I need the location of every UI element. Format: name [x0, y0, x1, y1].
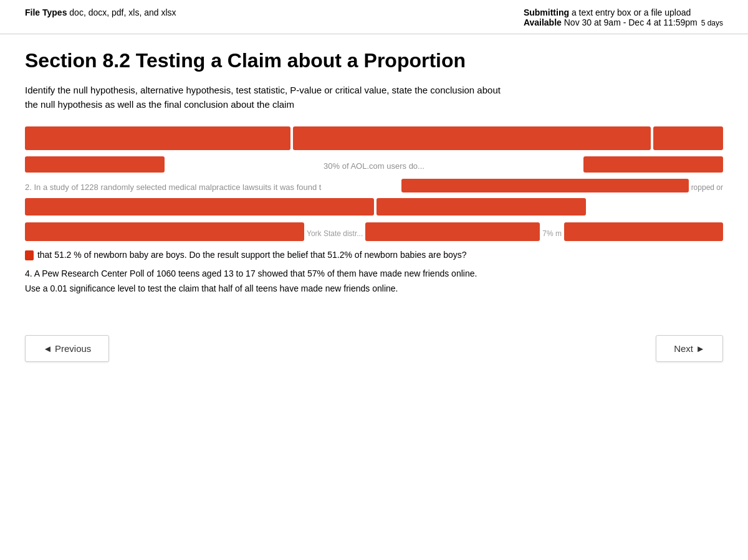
- through-text-4: York State distr...: [307, 229, 363, 238]
- days-label: 5 days: [701, 19, 723, 27]
- submitting-info: Submitting a text entry box or a file up…: [524, 7, 723, 27]
- instructions: Identify the null hypothesis, alternativ…: [25, 83, 723, 112]
- red-overlay-1c: [653, 126, 723, 150]
- through-text-5: 7% m: [542, 229, 562, 238]
- redacted-content-area: 30% of AOL.com users do... 2. In a study…: [25, 126, 723, 297]
- file-types-label: File Types: [25, 7, 67, 17]
- file-types-info: File Types doc, docx, pdf, xls, and xlsx: [25, 7, 176, 17]
- main-content: Section 8.2 Testing a Claim about a Prop…: [0, 34, 748, 316]
- instructions-line1: Identify the null hypothesis, alternativ…: [25, 83, 723, 98]
- submitting-label: Submitting: [524, 7, 569, 17]
- red-overlay-7: [365, 222, 540, 241]
- available-label: Available: [524, 17, 562, 27]
- question-3-content: that 51.2 % of newborn baby are boys. Do…: [37, 250, 467, 260]
- redacted-block-1: 30% of AOL.com users do...: [25, 126, 723, 176]
- submitting-line: Submitting a text entry box or a file up…: [524, 7, 723, 17]
- navigation-bar: ◄ Previous Next ►: [0, 323, 748, 374]
- red-inline-1: [25, 250, 34, 260]
- red-overlay-1a: [25, 126, 290, 150]
- header-section: File Types doc, docx, pdf, xls, and xlsx…: [0, 0, 748, 34]
- through-text-1: 30% of AOL.com users do...: [167, 161, 581, 171]
- available-value: Nov 30 at 9am - Dec 4 at 11:59pm: [564, 17, 698, 27]
- question-4-line2: Use a 0.01 significance level to test th…: [25, 282, 723, 297]
- redacted-block-2: 2. In a study of 1228 randomly selected …: [25, 179, 723, 219]
- through-text-2: 2. In a study of 1228 randomly selected …: [25, 183, 399, 192]
- red-overlay-3a: [401, 179, 689, 192]
- red-overlay-1b: [293, 126, 651, 150]
- available-line: Available Nov 30 at 9am - Dec 4 at 11:59…: [524, 17, 723, 27]
- header-row: File Types doc, docx, pdf, xls, and xlsx…: [25, 7, 723, 27]
- next-button[interactable]: Next ►: [656, 335, 723, 362]
- previous-button[interactable]: ◄ Previous: [25, 335, 109, 362]
- page-container: File Types doc, docx, pdf, xls, and xlsx…: [0, 0, 748, 560]
- red-overlay-8: [564, 222, 723, 241]
- previous-label: ◄ Previous: [43, 343, 91, 354]
- question-4-line1: 4. A Pew Research Center Poll of 1060 te…: [25, 267, 723, 282]
- through-text-3: ropped or: [691, 183, 723, 192]
- red-overlay-2b: [583, 156, 723, 173]
- submitting-value: a text entry box or a file upload: [572, 7, 691, 17]
- file-types-value: doc, docx, pdf, xls, and xlsx: [69, 7, 176, 17]
- question-3-text: that 51.2 % of newborn baby are boys. Do…: [25, 248, 723, 262]
- red-overlay-4: [25, 198, 374, 216]
- instructions-line2: the null hypothesis as well as the final…: [25, 98, 723, 112]
- question-4: 4. A Pew Research Center Poll of 1060 te…: [25, 267, 723, 297]
- section-title: Section 8.2 Testing a Claim about a Prop…: [25, 49, 723, 72]
- red-overlay-6: [25, 222, 304, 241]
- next-label: Next ►: [674, 343, 705, 354]
- redacted-block-3: York State distr... 7% m: [25, 222, 723, 244]
- red-overlay-2a: [25, 156, 165, 173]
- red-overlay-5: [376, 198, 586, 216]
- question-3-partial: that 51.2 % of newborn baby are boys. Do…: [25, 250, 467, 260]
